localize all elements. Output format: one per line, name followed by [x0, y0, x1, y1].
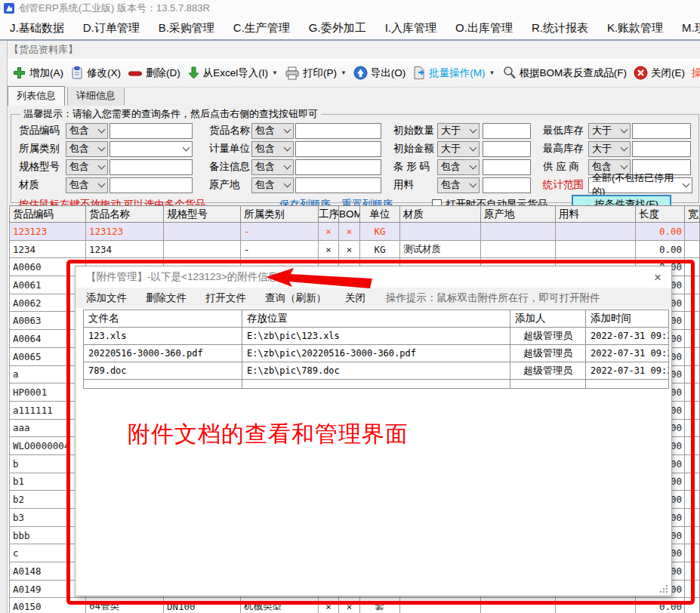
max-stock-op-select[interactable]: 大于 [588, 141, 631, 157]
cell-added-by[interactable]: 超级管理员 [510, 328, 586, 345]
print-button[interactable]: 打印(P) ▼ [285, 66, 347, 80]
cell-width[interactable] [685, 365, 700, 384]
cell-added-time[interactable]: 2022-07-31 09:29 [586, 362, 669, 380]
tutorial-link[interactable]: 操作教程 [692, 66, 700, 80]
col-header-spec[interactable]: 规格型号 [164, 206, 241, 223]
menu-item[interactable]: D.订单管理 [83, 21, 140, 35]
cell-process[interactable]: × [319, 240, 339, 258]
cell-width[interactable] [685, 384, 700, 402]
cell-process[interactable]: × [319, 223, 339, 241]
menu-item[interactable]: B.采购管理 [159, 21, 214, 35]
col-header-filename[interactable]: 文件名 [84, 310, 242, 328]
initial-qty-input[interactable] [483, 123, 531, 139]
cell-width[interactable] [685, 473, 700, 491]
dialog-menu-item[interactable]: 添加文件 [86, 291, 127, 305]
col-header-unit[interactable]: 单位 [360, 206, 400, 223]
tab-list-info[interactable]: 列表信息 [8, 86, 65, 106]
col-header-origin[interactable]: 原产地 [481, 206, 556, 223]
cell-width[interactable] [685, 294, 700, 312]
min-stock-input[interactable] [632, 123, 691, 139]
cell-width[interactable] [685, 330, 700, 348]
col-header-usage[interactable]: 用料 [556, 206, 636, 223]
cell-process[interactable]: × [319, 598, 339, 613]
cell-width[interactable] [685, 240, 700, 258]
cell-usage[interactable] [556, 223, 636, 241]
menu-item[interactable]: O.出库管理 [455, 21, 513, 35]
tab-detail-info[interactable]: 详细信息 [67, 86, 125, 106]
cell-filename[interactable]: 789.doc [84, 362, 242, 380]
cell-width[interactable] [685, 437, 700, 455]
cell-width[interactable] [685, 223, 700, 241]
cell-name[interactable]: 1234 [86, 240, 164, 258]
cell-name[interactable]: 04管类 [86, 598, 164, 613]
cell-width[interactable] [685, 454, 700, 473]
item-name-op-select[interactable]: 包含 [251, 123, 294, 139]
remark-op-select[interactable]: 包含 [251, 159, 294, 175]
material-op-select[interactable]: 包含 [66, 177, 108, 193]
item-code-input[interactable] [109, 123, 193, 139]
col-header-length[interactable]: 长度 [636, 206, 685, 223]
stat-scope-combobox[interactable]: 全部(不包括已停用的) [588, 177, 692, 193]
cell-origin[interactable] [481, 598, 556, 613]
chevron-down-icon[interactable]: ▼ [272, 69, 278, 76]
col-header-category[interactable]: 所属类别 [241, 206, 319, 223]
menu-item[interactable]: C.生产管理 [233, 21, 290, 35]
cell-length[interactable]: 0.00 [636, 240, 685, 258]
cell-width[interactable] [685, 544, 700, 562]
cell-material[interactable]: 测试材质 [400, 240, 481, 258]
cell-length[interactable]: 0.00 [636, 598, 685, 613]
initial-amount-input[interactable] [483, 141, 531, 157]
dialog-close-icon[interactable]: × [654, 270, 661, 285]
menu-item[interactable]: I.入库管理 [385, 21, 436, 35]
col-header-width[interactable]: 宽度 [685, 206, 700, 223]
col-header-material[interactable]: 材质 [400, 206, 481, 223]
category-combobox[interactable] [109, 141, 193, 157]
cell-width[interactable] [685, 491, 700, 509]
cell-added-by[interactable]: 超级管理员 [510, 362, 586, 380]
cell-width[interactable] [685, 419, 700, 437]
cell-category[interactable]: - [241, 240, 319, 258]
cell-added-time[interactable]: 2022-07-31 09:29 [586, 345, 669, 362]
min-stock-op-select[interactable]: 大于 [588, 123, 631, 139]
dialog-menu-item[interactable]: 查询（刷新） [265, 291, 326, 305]
add-button[interactable]: 增加(A) [12, 66, 63, 80]
cell-width[interactable] [685, 509, 700, 527]
chevron-down-icon[interactable]: ▼ [489, 69, 495, 76]
usage-op-select[interactable]: 包含 [437, 177, 480, 193]
unit-op-select[interactable]: 包含 [251, 141, 294, 157]
cell-spec[interactable] [164, 240, 241, 258]
cell-width[interactable] [685, 598, 700, 613]
export-button[interactable]: 导出(O) [353, 66, 406, 80]
cell-category[interactable]: 机械类型 [241, 598, 319, 613]
menu-item[interactable]: M.现金银行 [682, 21, 700, 35]
close-module-button[interactable]: 关闭(E) [634, 66, 685, 80]
dialog-menu-item[interactable]: 打开文件 [205, 291, 246, 305]
cell-origin[interactable] [481, 240, 556, 258]
attachment-row[interactable]: 123.xls E:\zb\pic\123.xls 超级管理员 2022-07-… [84, 328, 669, 345]
menu-item[interactable]: J.基础数据 [10, 21, 64, 35]
cell-unit[interactable]: KG [360, 223, 400, 241]
origin-op-select[interactable]: 包含 [251, 177, 294, 193]
cell-spec[interactable] [164, 223, 241, 241]
cell-width[interactable] [685, 258, 700, 276]
initial-qty-op-select[interactable]: 大于 [437, 123, 480, 139]
cell-bom[interactable]: × [339, 598, 360, 613]
menu-item[interactable]: R.统计报表 [532, 21, 588, 35]
col-header-name[interactable]: 货品名称 [86, 206, 164, 223]
spec-op-select[interactable]: 包含 [66, 159, 108, 175]
cell-filepath[interactable]: E:\zb\pic\123.xls [242, 328, 510, 345]
bom-reverse-search-button[interactable]: 根据BOM表反查成品(F) [502, 66, 628, 80]
max-stock-input[interactable] [632, 141, 691, 157]
col-header-added-by[interactable]: 添加人 [510, 310, 586, 328]
cell-filepath[interactable]: E:\zb\pic\20220516-3000-360.pdf [242, 345, 510, 362]
dialog-menu-item[interactable]: 删除文件 [146, 291, 187, 305]
cell-code[interactable]: 1234 [10, 240, 86, 258]
cell-name[interactable]: 123123 [86, 223, 164, 241]
cell-width[interactable] [685, 562, 700, 581]
col-header-process[interactable]: 工序 [319, 206, 339, 223]
goods-table-row[interactable]: A0150 04管类 DN100 机械类型 × × 套 0.00 [10, 598, 700, 613]
cell-code[interactable]: 123123 [10, 223, 86, 241]
edit-button[interactable]: 修改(X) [70, 66, 121, 80]
goods-table-row[interactable]: 1234 1234 - × × KG 测试材质 0.00 [10, 240, 700, 258]
cell-filepath[interactable]: E:\zb\pic\789.doc [242, 362, 510, 380]
